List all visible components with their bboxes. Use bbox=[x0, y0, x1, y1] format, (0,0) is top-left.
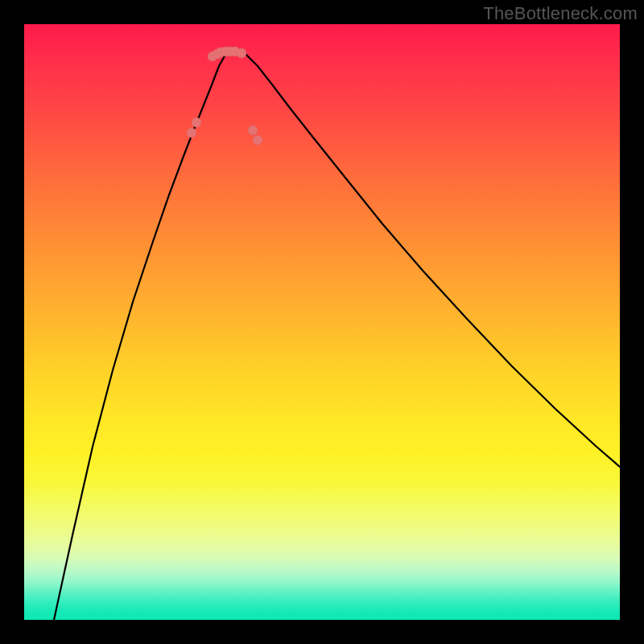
marker-dot bbox=[187, 128, 196, 138]
chart-frame: TheBottleneck.com bbox=[0, 0, 644, 644]
marker-dot bbox=[237, 48, 246, 58]
marker-dot bbox=[248, 126, 258, 135]
marker-dot bbox=[253, 135, 262, 145]
marker-dot bbox=[192, 118, 201, 127]
marker-dots-group bbox=[187, 47, 262, 145]
curve-overlay-svg bbox=[24, 24, 620, 620]
plot-area bbox=[24, 24, 620, 620]
bottleneck-curve-path bbox=[54, 50, 620, 620]
watermark-text: TheBottleneck.com bbox=[483, 3, 638, 24]
